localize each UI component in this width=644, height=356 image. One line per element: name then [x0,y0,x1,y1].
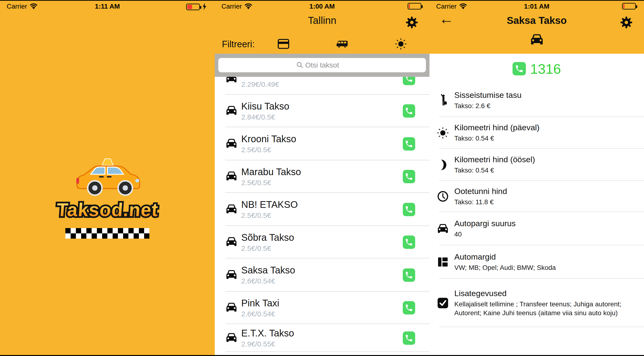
taxi-car-illustration [72,158,143,203]
detail-value: Takso: 0.54 € [454,134,540,143]
call-button[interactable] [403,137,415,150]
car-icon [226,105,238,117]
taxi-price: 2.9€/0.55€ [241,340,403,348]
taxi-name: Krooni Takso [241,134,403,144]
taxi-name: E.T.X. Takso [241,328,403,338]
car-icon [226,171,238,182]
wifi-icon [244,3,252,10]
call-button[interactable] [403,301,415,314]
car-icon [436,223,450,234]
taxi-car-icon [530,34,544,46]
screen-border-bottom [0,355,644,356]
splash-screen: 1:11 AM Carrier [0,0,215,356]
checkered-stripe [66,228,149,238]
card-payment-filter-icon[interactable] [278,39,289,50]
taxi-price: 2.5€/0.5€ [241,146,403,154]
logo-wordmark: Taksod.net Taksod.net [56,199,159,225]
detail-title: Ootetunni hind [454,186,507,196]
carrier-label: Carrier [436,2,457,10]
checkbox-icon [436,298,450,308]
call-button[interactable] [403,268,415,282]
taxi-name: Saksa Takso [241,265,403,276]
detail-title: Sisseistumise tasu [454,90,522,100]
day-price-filter-icon[interactable] [395,38,407,51]
taxi-name: Kiisu Takso [241,101,403,112]
phone-number: 1316 [530,61,561,77]
detail-title: Kilomeetri hind (päeval) [454,123,540,132]
taxi-price: 2.5€/0.5€ [241,179,403,187]
clock-icon [436,191,450,202]
detail-row: Automargid VW; MB; Opel; Audi; BMW; Skod… [430,245,644,279]
status-bar: 1:00 AM Carrier [215,2,430,11]
car-brands-icon [436,257,450,267]
page-title: Saksa Takso [430,15,644,26]
taxi-row[interactable]: Kiisu Takso2.84€/0.5€ [215,95,430,127]
screen-border-top [0,0,644,1]
page-title: Tallinn [215,15,430,26]
taxi-price: 2.6€/0.54€ [241,277,403,285]
wifi-icon [459,3,467,10]
taxi-row[interactable]: Marabu Takso2.5€/0.5€ [215,160,430,193]
taxi-row[interactable]: Pink Taxi2.6€/0.54€ [215,292,430,324]
charging-bolt-icon [202,3,207,11]
detail-row: Lisategevused Kellajaliselt tellimine ; … [430,279,644,327]
taxi-price: 2.29€/0.49€ [241,80,403,88]
call-phone-row[interactable]: 1316 [430,57,644,81]
detail-row: Kilomeetri hind (päeval) Takso: 0.54 € [430,117,644,149]
taxi-list: Reval Takso2.29€/0.49€ Kiisu Takso2.84€/… [215,62,430,352]
call-button[interactable] [403,332,415,345]
taxi-name: Pink Taxi [241,298,403,308]
settings-gear-icon[interactable] [620,16,633,29]
detail-list: Sisseistumise tasu Takso: 2.6 € Kilomeet… [430,84,644,327]
filter-label: Filtreeri: [222,39,254,50]
car-icon [226,332,238,344]
car-icon [226,204,238,215]
search-field[interactable] [218,58,426,72]
taxi-price: 2.5€/0.5€ [241,212,403,220]
detail-value: 40 [454,230,516,238]
battery-icon [408,3,422,10]
taxi-name: NB! ETAKSO [241,199,403,210]
car-icon [226,302,238,314]
detail-value: VW; MB; Opel; Audi; BMW; Skoda [454,263,556,272]
call-button[interactable] [403,236,415,249]
battery-icon [622,3,636,10]
call-button[interactable] [403,170,415,183]
taxi-list-screen: Reval Takso2.29€/0.49€ Kiisu Takso2.84€/… [215,0,430,356]
van-filter-icon[interactable] [335,39,349,50]
taxi-name: Sõbra Takso [241,232,403,243]
detail-title: Kilomeetri hind (öösel) [454,155,535,164]
taxi-row[interactable]: Krooni Takso2.5€/0.5€ [215,127,430,160]
hailing-person-icon [436,94,450,106]
taxi-row[interactable]: Saksa Takso2.6€/0.54€ [215,258,430,292]
detail-row: Sisseistumise tasu Takso: 2.6 € [430,84,644,117]
call-button[interactable] [403,104,415,118]
status-bar: 1:11 AM Carrier [0,2,215,11]
detail-row: Kilomeetri hind (öösel) Takso: 0.54 € [430,149,644,181]
taxi-price: 2.84€/0.5€ [241,113,403,121]
filter-row: Filtreeri: [215,36,430,53]
detail-value: Kellajaliselt tellimine ; Transfeer teen… [454,300,637,317]
battery-icon [186,4,200,10]
taxi-price: 2.6€/0.54€ [241,310,403,318]
taxi-row[interactable]: E.T.X. Takso2.9€/0.55€ [215,324,430,352]
taxi-row[interactable]: Sõbra Takso2.5€/0.5€ [215,226,430,258]
detail-title: Automargid [454,252,556,262]
car-icon [226,236,238,248]
detail-row: Autopargi suurus 40 [430,212,644,245]
app-logo: Taksod.net Taksod.net [0,158,215,238]
taxi-price: 2.5€/0.5€ [241,244,403,252]
car-icon [226,270,238,281]
search-input[interactable] [218,58,426,72]
wifi-icon [30,3,38,10]
car-icon [226,138,238,150]
search-bar-container [215,54,430,77]
taxi-row[interactable]: NB! ETAKSO2.5€/0.5€ [215,193,430,226]
logo-text: Taksod.net [56,199,159,220]
call-button[interactable] [403,203,415,216]
detail-value: Takso: 2.6 € [454,102,522,110]
detail-value: Takso: 0.54 € [454,166,535,175]
taxi-detail-screen: 1:01 AM Carrier ← Saksa Takso 1316 [430,0,644,356]
settings-gear-icon[interactable] [405,16,418,29]
moon-icon [436,160,450,170]
